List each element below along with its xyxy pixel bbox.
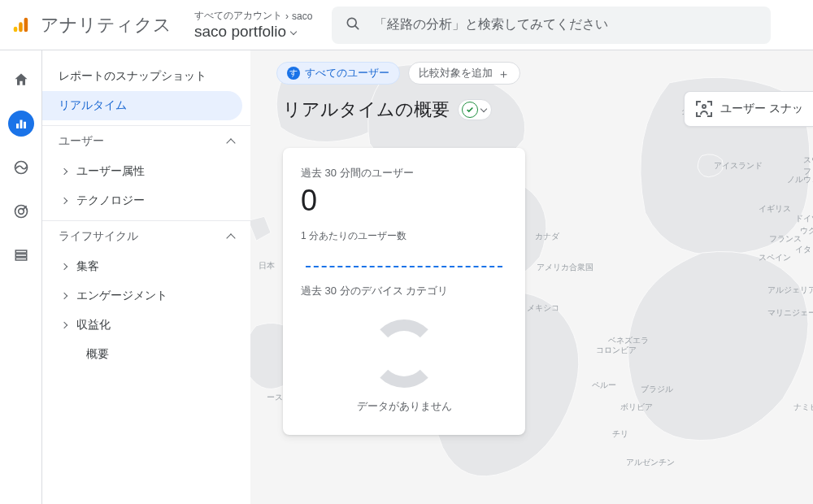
map-label: 日本 — [259, 260, 275, 272]
search-placeholder: 「経路の分析」と検索してみてください — [374, 16, 608, 33]
plus-icon: ＋ — [498, 67, 510, 80]
caret-right-icon — [61, 293, 67, 299]
svg-line-4 — [355, 25, 359, 28]
sidebar-item-realtime[interactable]: リアルタイム — [42, 91, 242, 120]
caret-right-icon — [61, 198, 67, 204]
svg-rect-0 — [14, 26, 18, 31]
chip-all-users[interactable]: す すべてのユーザー — [276, 62, 400, 85]
rail-explore-icon[interactable] — [8, 154, 34, 180]
search-input[interactable]: 「経路の分析」と検索してみてください — [332, 7, 771, 44]
map-label: フランス — [769, 233, 802, 245]
map-label: チリ — [612, 428, 628, 440]
rail-configure-icon[interactable] — [8, 242, 34, 268]
sidebar-item-engagement[interactable]: エンゲージメント — [42, 281, 250, 311]
card-value: 0 — [301, 184, 507, 218]
map-label: メキシコ — [527, 302, 559, 314]
user-scan-icon — [696, 101, 712, 117]
sidebar-item-acquisition[interactable]: 集客 — [42, 252, 250, 281]
caret-right-icon — [61, 322, 67, 328]
chip-badge: す — [287, 67, 300, 80]
sidebar-item-label: 概要 — [86, 347, 109, 362]
sidebar-item-label: 集客 — [76, 259, 99, 274]
sidebar-group-user[interactable]: ユーザー — [42, 125, 250, 157]
map-label: マリニジェール — [767, 307, 813, 319]
svg-rect-12 — [15, 254, 27, 257]
map-label: イタリ — [795, 244, 813, 255]
rail-advertising-icon[interactable] — [8, 198, 34, 224]
caret-right-icon — [61, 168, 67, 175]
caret-right-icon — [61, 263, 67, 270]
map-label: ウクラ — [800, 225, 813, 237]
map-label: カナダ — [535, 231, 559, 242]
map-label: スウ — [803, 154, 813, 166]
sidebar-group-lifecycle[interactable]: ライフサイクル — [42, 220, 250, 252]
svg-rect-2 — [24, 17, 28, 31]
svg-rect-7 — [24, 122, 26, 128]
chip-label: 比較対象を追加 — [419, 66, 493, 80]
sidebar-item-user-attributes[interactable]: ユーザー属性 — [42, 157, 250, 186]
sidebar-group-user-label: ユーザー — [59, 134, 104, 149]
status-dropdown[interactable] — [458, 99, 492, 120]
map-label: アルゼンチン — [626, 457, 675, 468]
nav-rail — [0, 50, 42, 504]
user-snapshot-button[interactable]: ユーザー スナッ — [684, 91, 813, 127]
map-label: アメリカ合衆国 — [537, 262, 593, 273]
sidebar-item-label: テクノロジー — [76, 193, 145, 208]
snapshot-button-label: ユーザー スナッ — [720, 102, 803, 116]
check-circle-icon — [462, 102, 478, 118]
map-label: アルジェリア — [767, 285, 813, 296]
sidebar: レポートのスナップショット リアルタイム ユーザー ユーザー属性 テクノロジー … — [42, 50, 250, 504]
donut-placeholder-icon — [370, 319, 438, 388]
chevron-right-icon: › — [285, 11, 289, 22]
map-label: ナミビ — [793, 402, 813, 413]
property-selector[interactable]: すべてのアカウント › saco saco portfolio — [194, 9, 312, 41]
rail-reports-icon[interactable] — [8, 111, 34, 137]
chevron-down-icon — [480, 105, 487, 111]
map-label: スペイン — [759, 252, 791, 263]
sidebar-item-label: ユーザー属性 — [76, 164, 145, 179]
map-label: イギリス — [759, 203, 791, 215]
map-label: フィン — [803, 166, 813, 177]
sidebar-item-overview[interactable]: 概要 — [42, 340, 250, 369]
breadcrumb-property: saco portfolio — [194, 23, 286, 41]
map-label: ペルー — [592, 380, 616, 391]
card-subheading: 1 分あたりのユーザー数 — [301, 229, 507, 243]
no-data-label: データがありません — [357, 399, 452, 414]
svg-rect-13 — [15, 258, 27, 260]
svg-rect-11 — [15, 250, 27, 253]
app-header: アナリティクス すべてのアカウント › saco saco portfolio … — [0, 0, 813, 50]
sidebar-item-label: エンゲージメント — [76, 289, 167, 303]
sidebar-item-snapshot[interactable]: レポートのスナップショット — [42, 62, 250, 91]
map-label: コロンビア — [596, 345, 637, 356]
sidebar-group-lifecycle-label: ライフサイクル — [59, 229, 138, 244]
map-label: アイスランド — [714, 160, 763, 172]
svg-rect-1 — [19, 22, 23, 32]
chevron-up-icon — [226, 233, 235, 242]
sidebar-item-monetization[interactable]: 収益化 — [42, 311, 250, 340]
realtime-users-card: 過去 30 分間のユーザー 0 1 分あたりのユーザー数 過去 30 分のデバイ… — [283, 148, 525, 435]
search-icon — [345, 15, 361, 35]
svg-rect-5 — [16, 124, 19, 128]
chevron-down-icon — [291, 23, 296, 41]
page-title: リアルタイムの概要 — [283, 98, 450, 122]
sidebar-item-technology[interactable]: テクノロジー — [42, 186, 250, 215]
sidebar-item-label: 収益化 — [76, 318, 111, 332]
chip-label: すべてのユーザー — [305, 66, 389, 80]
breadcrumb-account: saco — [292, 11, 312, 22]
card-sparkline — [306, 266, 502, 267]
map-label: ブラジル — [641, 384, 673, 395]
main-content: グリーンランド カナダ アメリカ合衆国 メキシコ ベネズエラ コロンビア ペルー… — [250, 50, 813, 504]
chip-add-compare[interactable]: 比較対象を追加 ＋ — [408, 62, 520, 85]
breadcrumb-prefix: すべてのアカウント — [194, 9, 282, 23]
map-label: ボリビア — [620, 402, 653, 413]
chevron-up-icon — [226, 138, 235, 147]
app-title: アナリティクス — [41, 13, 172, 37]
analytics-logo-icon — [11, 16, 29, 34]
rail-home-icon[interactable] — [8, 67, 34, 93]
card-device-heading: 過去 30 分のデバイス カテゴリ — [301, 284, 507, 298]
map-label: ドイツ — [795, 213, 813, 224]
card-heading: 過去 30 分間のユーザー — [301, 166, 507, 180]
svg-rect-6 — [20, 120, 22, 129]
